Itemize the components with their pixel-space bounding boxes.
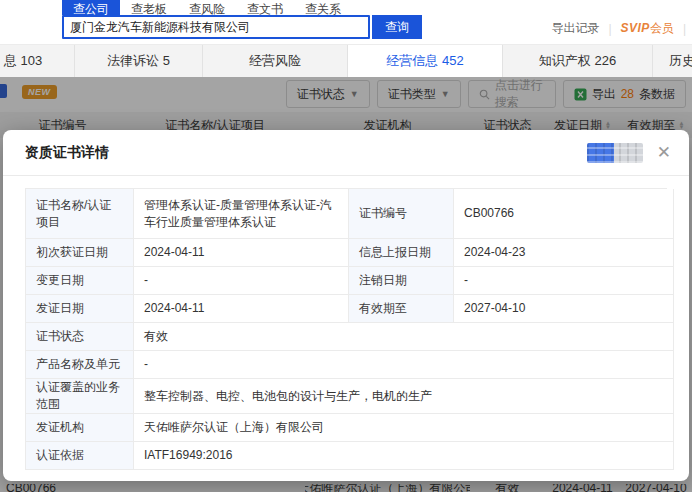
search-bar: 查询 [62, 15, 422, 39]
detail-label: 有效期至 [349, 295, 454, 323]
certificate-detail-modal: 资质证书详情 ✕ 证书名称/认证项目 管理体系认证-质量管理体系认证-汽车行业质… [3, 130, 689, 481]
detail-value: 2024-04-11 [134, 295, 349, 323]
detail-value: - [134, 351, 674, 379]
search-tab-risk[interactable]: 查风险 [178, 0, 236, 15]
detail-label: 证书编号 [349, 189, 454, 239]
detail-label: 产品名称及单元 [26, 351, 134, 379]
link-divider: | [608, 22, 611, 36]
tab-operation-risk[interactable]: 经营风险 [203, 45, 348, 77]
company-search-input[interactable] [62, 15, 370, 39]
detail-value: CB00766 [454, 189, 674, 239]
link-divider: | [683, 22, 686, 36]
detail-label: 发证机构 [26, 414, 134, 442]
detail-label: 初次获证日期 [26, 239, 134, 267]
detail-value: 2024-04-11 [134, 239, 349, 267]
censored-button [587, 143, 643, 163]
svip-brand-text: SVIP [621, 21, 650, 35]
tab-clipped-103[interactable]: 息 103 [0, 45, 75, 77]
detail-label: 证书名称/认证项目 [26, 189, 134, 239]
detail-value: 2024-04-23 [454, 239, 674, 267]
detail-value: 管理体系认证-质量管理体系认证-汽车行业质量管理体系认证 [134, 189, 349, 239]
detail-value: 整车控制器、电控、电池包的设计与生产，电机的生产 [134, 379, 674, 414]
search-tab-document[interactable]: 查文书 [236, 0, 294, 15]
svip-member-link[interactable]: SVIP会员 [621, 20, 674, 37]
tab-legal-litigation[interactable]: 法律诉讼 5 [75, 45, 203, 77]
export-history-link[interactable]: 导出记录 [551, 20, 599, 37]
detail-label: 变更日期 [26, 267, 134, 295]
search-tab-relation[interactable]: 查关系 [294, 0, 352, 15]
certificate-detail-table: 证书名称/认证项目 管理体系认证-质量管理体系认证-汽车行业质量管理体系认证 证… [25, 188, 667, 470]
search-button[interactable]: 查询 [372, 15, 422, 39]
detail-value: 有效 [134, 323, 674, 351]
detail-value: IATF16949:2016 [134, 442, 674, 470]
detail-value: - [134, 267, 349, 295]
modal-title: 资质证书详情 [25, 144, 109, 162]
search-tab-company[interactable]: 查公司 [62, 0, 120, 15]
detail-value: - [454, 267, 674, 295]
close-icon[interactable]: ✕ [657, 144, 671, 161]
tab-history[interactable]: 历史 [653, 45, 692, 77]
search-type-tabs: 查公司 查老板 查风险 查文书 查关系 [62, 0, 352, 15]
detail-label: 认证覆盖的业务范围 [26, 379, 134, 414]
svip-suffix-text: 会员 [650, 21, 674, 35]
detail-value: 2027-04-10 [454, 295, 674, 323]
detail-label: 信息上报日期 [349, 239, 454, 267]
detail-value: 天佑唯萨尔认证（上海）有限公司 [134, 414, 674, 442]
detail-label: 证书状态 [26, 323, 134, 351]
company-section-tabs: 息 103 法律诉讼 5 经营风险 经营信息 452 知识产权 226 历史 [0, 44, 692, 77]
detail-label: 认证依据 [26, 442, 134, 470]
detail-label: 发证日期 [26, 295, 134, 323]
detail-label: 注销日期 [349, 267, 454, 295]
tab-operation-info[interactable]: 经营信息 452 [348, 45, 503, 77]
modal-header: 资质证书详情 ✕ [3, 130, 689, 176]
header-links: 导出记录 | SVIP会员 | [551, 20, 686, 37]
tab-intellectual-property[interactable]: 知识产权 226 [503, 45, 653, 77]
search-tab-boss[interactable]: 查老板 [120, 0, 178, 15]
